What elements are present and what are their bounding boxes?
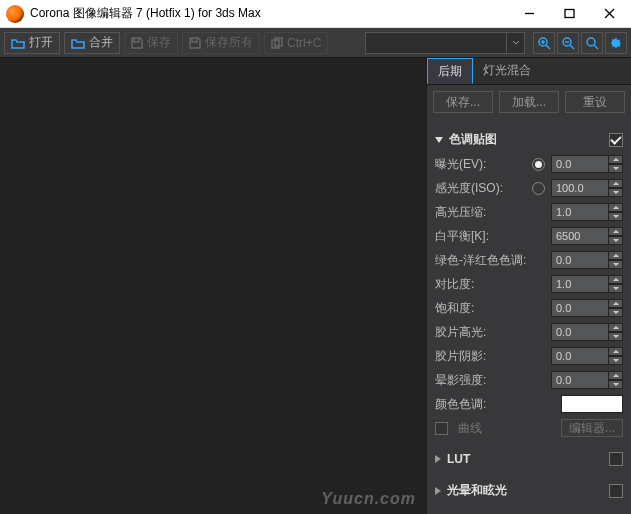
iso-label: 感光度(ISO): [435,180,526,197]
image-viewport[interactable]: Yuucn.com [0,58,426,514]
tint-spinner[interactable] [551,251,623,269]
colortint-label: 颜色色调: [435,396,555,413]
disk-all-icon [189,37,201,49]
exposure-radio[interactable] [532,158,545,171]
vignette-spinner[interactable] [551,371,623,389]
saturation-label: 饱和度: [435,300,545,317]
saturation-spinner[interactable] [551,299,623,317]
wb-input[interactable] [551,227,609,245]
open-button[interactable]: 打开 [4,32,60,54]
chevron-right-icon [435,487,441,495]
svg-point-13 [587,38,595,46]
section-lut-label: LUT [447,452,470,466]
merge-button[interactable]: 合并 [64,32,120,54]
highlight-input[interactable] [551,203,609,221]
maximize-button[interactable] [549,1,589,27]
zoom-fit-icon [585,36,599,50]
watermark: Yuucn.com [321,490,416,508]
panel-tabs: 后期 灯光混合 [427,58,631,85]
main-toolbar: 打开 合并 保存 保存所有 Ctrl+C [0,28,631,58]
panel-load-button[interactable]: 加载... [499,91,559,113]
section-tonemap-checkbox[interactable] [609,133,623,147]
zoom-in-icon [537,36,551,50]
iso-input[interactable] [551,179,609,197]
save-button[interactable]: 保存 [124,32,178,54]
vignette-label: 晕影强度: [435,372,545,389]
zoom-out-icon [561,36,575,50]
filmsh-input[interactable] [551,347,609,365]
exposure-input[interactable] [551,155,609,173]
colortint-swatch[interactable] [561,395,623,413]
iso-radio[interactable] [532,182,545,195]
folder-open-icon [11,37,25,49]
section-tonemap-header[interactable]: 色调贴图 [427,127,631,152]
save-label: 保存 [147,34,171,51]
section-tonemap-label: 色调贴图 [449,131,497,148]
filmsh-spinner[interactable] [551,347,623,365]
tab-lightmix[interactable]: 灯光混合 [473,58,541,84]
section-lut-header[interactable]: LUT [427,448,631,470]
wb-spinner[interactable] [551,227,623,245]
minimize-button[interactable] [509,1,549,27]
window-title: Corona 图像编辑器 7 (Hotfix 1) for 3ds Max [30,5,509,22]
panel-save-button[interactable]: 保存... [433,91,493,113]
filmhi-spinner[interactable] [551,323,623,341]
exposure-label: 曝光(EV): [435,156,526,173]
curves-editor-button[interactable]: 编辑器... [561,419,623,437]
exposure-spinner[interactable] [551,155,623,173]
svg-line-11 [570,45,574,49]
disk-icon [131,37,143,49]
vignette-input[interactable] [551,371,609,389]
section-lut-checkbox[interactable] [609,452,623,466]
contrast-spinner[interactable] [551,275,623,293]
svg-line-7 [546,45,550,49]
tab-post[interactable]: 后期 [427,58,473,84]
spin-down-icon[interactable] [609,164,623,173]
svg-line-14 [594,45,598,49]
section-bloom-header[interactable]: 光晕和眩光 [427,478,631,503]
wb-label: 白平衡[K]: [435,228,545,245]
spin-up-icon[interactable] [609,155,623,164]
contrast-input[interactable] [551,275,609,293]
saturation-input[interactable] [551,299,609,317]
right-panel: 后期 灯光混合 保存... 加载... 重设 色调贴图 曝光(EV): 感光度(… [426,58,631,514]
folder-merge-icon [71,37,85,49]
svg-rect-1 [565,10,574,18]
copy-icon [271,37,283,49]
chevron-right-icon [435,455,441,463]
settings-button[interactable] [605,32,627,54]
chevron-down-icon [506,33,524,53]
curves-label: 曲线 [458,420,555,437]
save-all-button[interactable]: 保存所有 [182,32,260,54]
zoom-fit-button[interactable] [581,32,603,54]
window-titlebar: Corona 图像编辑器 7 (Hotfix 1) for 3ds Max [0,0,631,28]
section-bloom-checkbox[interactable] [609,484,623,498]
tint-input[interactable] [551,251,609,269]
copy-label: Ctrl+C [287,36,321,50]
gear-icon [609,36,623,50]
curves-checkbox[interactable] [435,422,448,435]
filmhi-input[interactable] [551,323,609,341]
history-dropdown[interactable] [365,32,525,54]
highlight-spinner[interactable] [551,203,623,221]
filmhi-label: 胶片高光: [435,324,545,341]
copy-button[interactable]: Ctrl+C [264,32,328,54]
close-button[interactable] [589,1,629,27]
iso-spinner[interactable] [551,179,623,197]
contrast-label: 对比度: [435,276,545,293]
section-bloom-label: 光晕和眩光 [447,482,507,499]
tint-label: 绿色-洋红色色调: [435,252,545,269]
filmsh-label: 胶片阴影: [435,348,545,365]
chevron-down-icon [435,137,443,143]
open-label: 打开 [29,34,53,51]
save-all-label: 保存所有 [205,34,253,51]
panel-reset-button[interactable]: 重设 [565,91,625,113]
zoom-in-button[interactable] [533,32,555,54]
highlight-label: 高光压缩: [435,204,545,221]
merge-label: 合并 [89,34,113,51]
zoom-out-button[interactable] [557,32,579,54]
app-icon [6,5,24,23]
